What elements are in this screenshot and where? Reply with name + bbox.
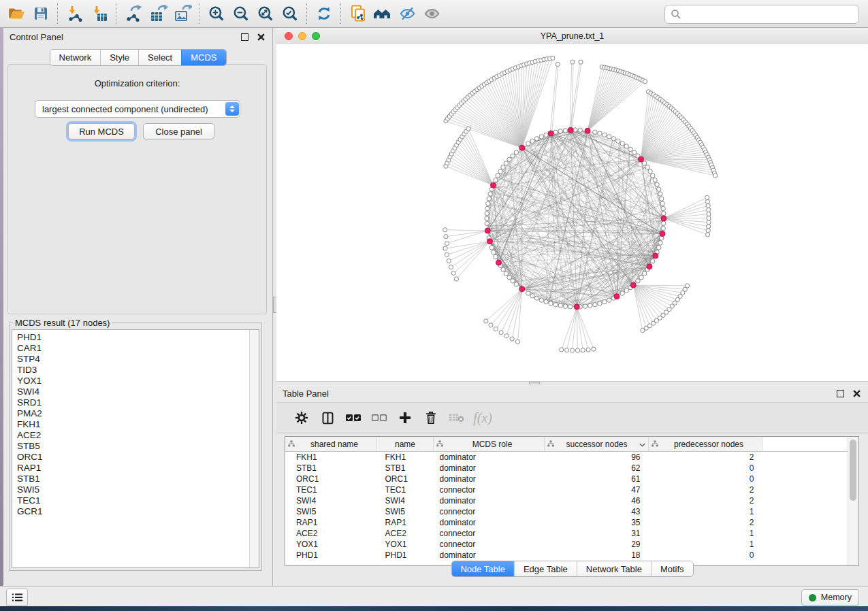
mcds-result-item[interactable]: PMA2 [17,408,249,419]
network-node[interactable] [628,147,632,151]
network-node[interactable] [620,291,624,295]
network-node[interactable] [507,275,511,279]
network-node[interactable] [447,259,451,263]
table-cell[interactable]: 46 [545,495,649,506]
mcds-result-item[interactable]: RAP1 [17,463,249,474]
mcds-hub-node[interactable] [496,260,501,265]
network-node[interactable] [657,187,661,191]
table-cell[interactable]: ORC1 [377,474,434,484]
network-node[interactable] [658,241,662,245]
tab-motifs[interactable]: Motifs [651,561,693,576]
mcds-result-item[interactable]: SWI4 [17,386,249,397]
mcds-result-item[interactable]: TEC1 [17,495,249,506]
network-node[interactable] [707,212,711,216]
network-node[interactable] [539,135,543,139]
table-cell[interactable]: 0 [649,463,762,474]
delete-column-icon[interactable] [418,406,444,430]
network-node[interactable] [706,203,710,208]
column-header-shared-name[interactable]: shared name [285,437,377,452]
network-node[interactable] [705,199,709,203]
column-header-MCDS-role[interactable]: MCDS role [434,437,545,452]
table-cell[interactable]: 29 [545,539,649,550]
network-node[interactable] [501,267,505,271]
network-node[interactable] [496,174,500,178]
tab-node-table[interactable]: Node Table [451,561,514,576]
table-settings-icon[interactable] [289,406,315,430]
network-node[interactable] [602,300,607,304]
table-cell[interactable]: dominator [434,463,545,474]
network-node[interactable] [534,296,539,300]
network-node[interactable] [499,331,503,335]
table-cell[interactable]: SWI5 [377,506,434,517]
export-network-icon[interactable] [121,2,146,25]
mcds-hub-node[interactable] [519,145,525,150]
mcds-result-item[interactable]: SRD1 [17,397,249,408]
export-image-icon[interactable] [170,2,195,25]
network-node[interactable] [514,282,518,286]
network-node[interactable] [564,348,568,352]
open-session-icon[interactable] [4,2,29,25]
mcds-result-item[interactable]: PHD1 [17,332,249,343]
select-all-icon[interactable] [340,406,366,430]
network-node[interactable] [583,304,587,308]
network-node[interactable] [488,192,492,196]
network-node[interactable] [494,178,498,182]
tab-mcds[interactable]: MCDS [181,50,225,65]
network-node[interactable] [544,300,548,304]
network-node[interactable] [602,133,607,137]
network-node[interactable] [526,291,530,295]
network-node[interactable] [648,169,652,174]
network-node[interactable] [639,275,643,279]
tab-edge-table[interactable]: Edge Table [514,561,577,576]
table-cell[interactable]: 2 [649,517,762,528]
maximize-window-icon[interactable] [312,32,320,40]
network-node[interactable] [706,208,710,212]
node-table-grid[interactable]: shared namenameMCDS rolesuccessor nodesp… [285,437,849,561]
network-node[interactable] [530,139,534,143]
network-node[interactable] [487,197,491,201]
network-node[interactable] [526,142,530,146]
table-cell[interactable]: connector [434,506,545,517]
network-node[interactable] [607,135,611,139]
close-panel-icon[interactable] [851,388,862,399]
table-cell[interactable]: 0 [649,474,762,484]
table-cell[interactable]: connector [434,539,545,550]
network-node[interactable] [451,271,455,275]
table-cell[interactable]: TEC1 [285,484,377,495]
tab-select[interactable]: Select [138,50,181,65]
network-node[interactable] [498,169,502,174]
network-node[interactable] [445,252,449,257]
table-cell[interactable]: 2 [649,452,762,463]
table-cell[interactable]: 1 [649,539,762,550]
mcds-result-item[interactable]: GCR1 [17,506,249,517]
column-header-name[interactable]: name [377,437,434,452]
network-node[interactable] [530,294,534,298]
search-input[interactable] [684,7,858,22]
network-node[interactable] [593,130,597,134]
zoom-out-icon[interactable] [229,2,253,25]
mcds-hub-node[interactable] [630,282,636,288]
table-cell[interactable]: ACE2 [377,528,434,539]
table-row[interactable]: SWI4SWI4dominator462 [285,495,849,506]
network-node[interactable] [642,271,646,276]
mcds-result-item[interactable]: STP4 [17,354,249,365]
close-window-icon[interactable] [285,32,293,40]
mcds-hub-node[interactable] [519,286,525,292]
mcds-hub-node[interactable] [661,216,666,221]
network-node[interactable] [501,165,505,169]
network-node[interactable] [645,165,649,169]
table-cell[interactable]: 43 [545,506,649,517]
mcds-hub-node[interactable] [485,228,490,233]
table-row[interactable]: SWI5SWI5connector431 [285,506,849,517]
network-node[interactable] [642,161,646,165]
network-node[interactable] [707,220,711,225]
table-cell[interactable]: FKH1 [285,452,377,463]
table-cell[interactable]: 1 [649,528,762,539]
network-node[interactable] [607,298,611,302]
network-overview-icon[interactable] [370,2,395,25]
delete-table-icon[interactable] [444,406,470,430]
network-node[interactable] [534,137,539,141]
table-cell[interactable]: PHD1 [377,550,434,561]
table-row[interactable]: TEC1TEC1connector472 [285,484,849,495]
mcds-result-item[interactable]: SWI5 [17,484,249,495]
